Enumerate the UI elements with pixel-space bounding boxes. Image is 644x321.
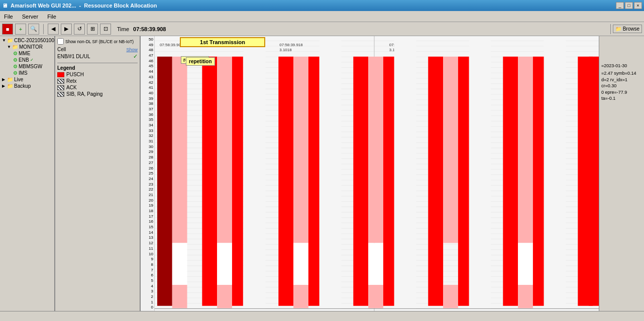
sidebar-item-cbc[interactable]: ▼ 📁 CBC-2021050100	[1, 37, 53, 44]
toolbar-btn-6[interactable]: ↺	[74, 24, 85, 35]
sidebar-item-live[interactable]: ▶ 📁 Live	[1, 76, 53, 83]
menu-file2[interactable]: File	[45, 13, 58, 21]
first-transmission-label: 1st Transmission	[180, 37, 265, 47]
expand-icon: ▼	[2, 38, 6, 43]
check-icon: ✓	[30, 58, 34, 62]
divider	[57, 63, 138, 63]
svg-rect-62	[157, 57, 172, 306]
sidebar-item-label: CBC-2021050100	[14, 38, 54, 43]
app-icon: 🖥	[2, 3, 8, 9]
cell-label: Cell	[57, 47, 66, 52]
y-label-11: 11	[141, 246, 153, 251]
y-label-39: 39	[141, 96, 153, 101]
restore-button[interactable]: □	[625, 2, 633, 9]
legend-title: Legend	[57, 65, 138, 71]
repetition-tooltip: repetition	[186, 57, 215, 66]
y-label-42: 42	[141, 80, 153, 85]
y-label-40: 40	[141, 91, 153, 95]
sidebar-item-mbmsgw[interactable]: ⚙ MBMSGW	[1, 63, 53, 70]
y-label-49: 49	[141, 43, 153, 47]
y-label-27: 27	[141, 160, 153, 165]
sidebar-item-ims[interactable]: ⚙ IMS	[1, 70, 53, 76]
legend-pusch-color	[57, 72, 64, 77]
svg-rect-88	[469, 36, 491, 311]
svg-rect-63	[172, 57, 187, 243]
y-label-26: 26	[141, 166, 153, 171]
sidebar-item-label: MONITOR	[19, 44, 43, 50]
minimize-button[interactable]: _	[616, 2, 624, 9]
legend-retx-color	[57, 79, 64, 84]
menu-file[interactable]: File	[2, 13, 15, 21]
sidebar-item-label: Live	[14, 77, 23, 82]
toolbar-btn-1[interactable]: ■	[2, 24, 13, 35]
sidebar: ▼ 📁 CBC-2021050100 ▼ 📁 MONITOR ⚙ MME ⚙ E…	[0, 36, 55, 311]
legend-sib-color	[57, 92, 64, 97]
y-label-8: 8	[141, 262, 153, 267]
close-button[interactable]: ×	[634, 2, 642, 9]
window-title: Ressource Block Allocation	[84, 3, 157, 9]
enb-check: ✓	[133, 53, 138, 60]
svg-rect-93	[533, 57, 544, 306]
sidebar-item-label: Backup	[14, 83, 31, 89]
show-non-dl-row: Show non-DL SF (BL/CE or NB-IoT)	[57, 38, 138, 45]
toolbar-btn-5[interactable]: ▶	[61, 24, 72, 35]
svg-rect-70	[232, 57, 243, 306]
y-label-46: 46	[141, 59, 153, 63]
status-bar	[0, 311, 644, 321]
divider2	[610, 24, 611, 34]
info-text: =2.47 symb=0.14 d=2 rv_idx=1 cr=0.30 0 e…	[601, 70, 642, 102]
status-icon: ⚙	[13, 51, 18, 56]
y-label-50: 50	[141, 37, 153, 42]
svg-rect-74	[293, 243, 308, 285]
y-axis: 50 49 48 47 46 45 44 43 42 41 40 39 38 3…	[141, 36, 155, 311]
toolbar-btn-7[interactable]: ⊞	[87, 24, 98, 35]
legend-sib: SIB, RA, Paging	[57, 91, 138, 97]
svg-rect-65	[172, 285, 187, 308]
toolbar-btn-4[interactable]: ◀	[48, 24, 59, 35]
y-label-28: 28	[141, 155, 153, 159]
y-label-18: 18	[141, 209, 153, 213]
svg-rect-90	[518, 57, 533, 243]
svg-rect-86	[443, 285, 458, 308]
y-label-44: 44	[141, 69, 153, 74]
folder-icon: 📁	[7, 38, 13, 43]
show-non-dl-checkbox[interactable]	[57, 38, 64, 45]
svg-rect-71	[244, 36, 266, 311]
y-label-48: 48	[141, 48, 153, 52]
main-layout: ▼ 📁 CBC-2021050100 ▼ 📁 MONITOR ⚙ MME ⚙ E…	[0, 36, 644, 311]
legend-ack-label: ACK	[66, 85, 77, 90]
toolbar-btn-2[interactable]: +	[15, 24, 26, 35]
svg-text:07:58:39.918: 07:58:39.918	[279, 43, 302, 48]
menu-server[interactable]: Server	[20, 13, 40, 21]
browse-button[interactable]: 📁 Browse	[613, 25, 642, 33]
y-label-16: 16	[141, 219, 153, 224]
svg-rect-85	[443, 57, 458, 243]
y-label-22: 22	[141, 187, 153, 192]
y-label-7: 7	[141, 268, 153, 272]
time-value: 07:58:39.908	[133, 26, 166, 32]
legend-retx: Retx	[57, 78, 138, 84]
svg-text:3.1018: 3.1018	[279, 48, 291, 52]
legend-ack: ACK	[57, 85, 138, 90]
svg-rect-75	[293, 285, 308, 308]
sidebar-item-backup[interactable]: ▶ 📁 Backup	[1, 83, 53, 89]
toolbar-btn-8[interactable]: ⊡	[100, 24, 111, 35]
sidebar-item-mme[interactable]: ⚙ MME	[1, 50, 53, 57]
sidebar-item-label: MBMSGW	[19, 64, 42, 69]
y-label-15: 15	[141, 225, 153, 229]
y-label-23: 23	[141, 182, 153, 187]
sidebar-item-label: MME	[19, 51, 30, 56]
sidebar-item-enb[interactable]: ⚙ ENB ✓	[1, 57, 53, 63]
chart-main[interactable]: 1st Transmission repetition	[155, 36, 599, 311]
y-label-14: 14	[141, 230, 153, 235]
show-button[interactable]: Show	[126, 47, 138, 52]
y-label-32: 32	[141, 133, 153, 138]
svg-rect-72	[278, 57, 293, 306]
browse-icon: 📁	[615, 26, 621, 32]
y-label-38: 38	[141, 101, 153, 106]
sidebar-item-monitor[interactable]: ▼ 📁 MONITOR	[1, 44, 53, 50]
time-label: Time	[117, 26, 129, 32]
info-panel: =2023-01-30 =2.47 symb=0.14 d=2 rv_idx=1…	[599, 36, 644, 311]
toolbar-btn-3[interactable]: 🔍	[28, 24, 39, 35]
svg-rect-76	[308, 57, 319, 306]
